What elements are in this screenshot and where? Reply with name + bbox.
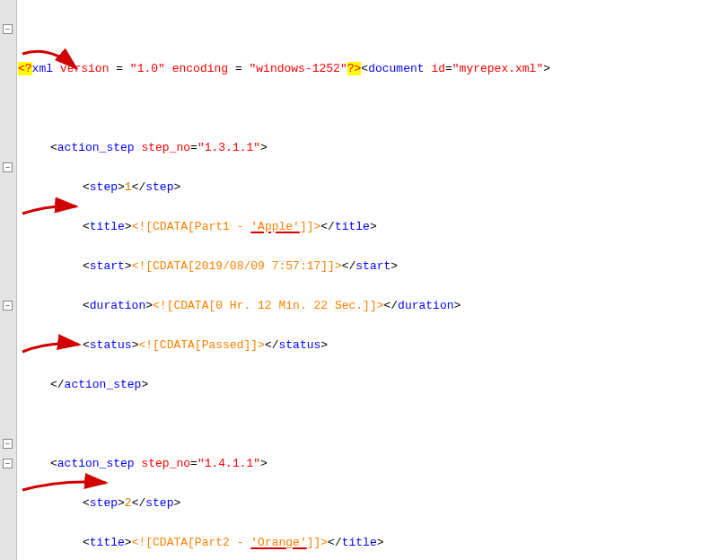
fold-box[interactable]: −: [3, 162, 13, 172]
action-step-open: <action_step step_no="1.4.1.1">: [18, 454, 728, 474]
start-elem: <start><![CDATA[2019/08/09 7:57:17]]></s…: [18, 257, 728, 276]
fold-box[interactable]: −: [3, 439, 13, 449]
fold-box[interactable]: −: [3, 301, 13, 311]
fold-box[interactable]: −: [3, 24, 13, 34]
step-elem: <step>1</step>: [18, 178, 728, 197]
title-elem: <title><![CDATA[Part1 - 'Apple']]></titl…: [18, 217, 728, 237]
duration-elem: <duration><![CDATA[0 Hr. 12 Min. 22 Sec.…: [18, 296, 728, 316]
step-elem: <step>2</step>: [18, 494, 728, 513]
status-elem: <status><![CDATA[Passed]]></status>: [18, 336, 728, 355]
fold-gutter: − − − − −: [0, 0, 17, 560]
fold-box[interactable]: −: [3, 459, 13, 468]
action-step-open: <action_step step_no="1.3.1.1">: [18, 138, 728, 158]
title-elem: <title><![CDATA[Part2 - 'Orange']]></tit…: [18, 533, 728, 553]
action-step-close: </action_step>: [18, 375, 728, 395]
code-area[interactable]: <?xml version = "1.0" encoding = "window…: [16, 0, 728, 560]
xml-decl: <?xml version = "1.0" encoding = "window…: [18, 59, 728, 79]
